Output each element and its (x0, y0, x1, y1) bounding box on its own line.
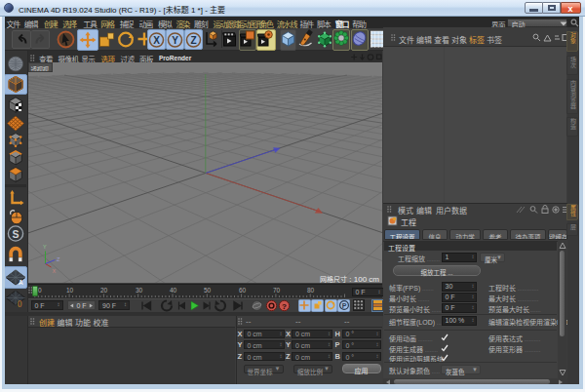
svg-text:?: ? (282, 302, 287, 311)
svg-text:70: 70 (273, 287, 281, 294)
svg-text:80: 80 (307, 287, 315, 294)
svg-text:Y: Y (43, 244, 47, 250)
svg-text:0: 0 (38, 287, 42, 294)
svg-text:10: 10 (66, 287, 74, 294)
svg-text:(): () (18, 299, 21, 307)
svg-text:20: 20 (100, 287, 108, 294)
svg-text:Y: Y (172, 34, 178, 45)
svg-text:60: 60 (239, 287, 247, 294)
svg-text:30: 30 (136, 287, 143, 294)
svg-text:S: S (12, 227, 19, 239)
svg-text:P: P (341, 302, 346, 309)
svg-text:X: X (153, 34, 160, 45)
svg-text:X: X (53, 268, 57, 274)
svg-text:Z: Z (190, 34, 196, 45)
svg-text:Z: Z (57, 256, 60, 262)
svg-text:50: 50 (204, 287, 212, 294)
svg-text:40: 40 (170, 287, 177, 294)
svg-text:A: A (19, 279, 23, 286)
